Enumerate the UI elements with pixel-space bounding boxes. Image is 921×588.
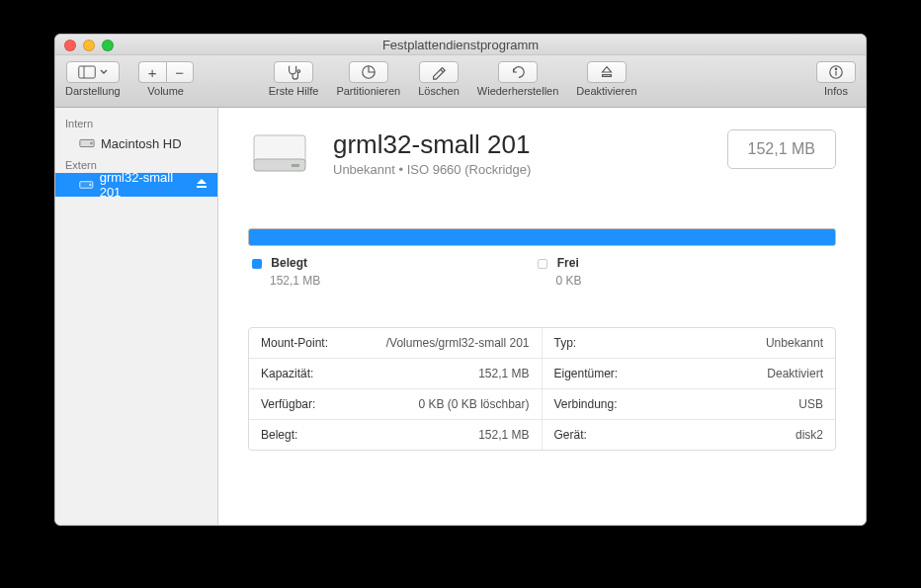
volume-subtitle: Unbekannt • ISO 9660 (Rockridge) [333,162,531,177]
legend-used-label: Belegt [271,256,307,270]
size-button[interactable]: 152,1 MB [727,129,836,169]
info-icon [827,64,845,80]
detail-connection: Verbindung:USB [543,389,836,420]
info-label: Infos [824,85,848,97]
legend-used: Belegt 152,1 MB [252,256,320,288]
erase-icon [430,64,448,80]
view-label: Darstellung [65,85,121,97]
harddisk-icon [79,136,95,150]
app-window: Festplattendienstprogramm Darstellung + … [54,34,867,526]
chevron-down-icon [100,69,108,75]
volume-title: grml32-small 201 [333,129,531,160]
detail-mountpoint: Mount-Point:/Volumes/grml32-small 201 [249,328,543,359]
minimize-icon[interactable] [83,40,95,51]
svg-rect-12 [197,186,207,188]
external-disk-icon [79,178,94,192]
detail-type: Typ:Unbekannt [543,328,836,359]
svg-point-2 [297,70,300,73]
partition-label: Partitionieren [336,85,400,97]
legend-used-value: 152,1 MB [270,274,320,288]
eject-icon [196,178,208,190]
sidebar-item-label: grml32-small 201 [100,170,190,200]
erase-button[interactable] [419,61,459,83]
svg-rect-4 [602,75,611,77]
volume-remove-button[interactable]: − [166,61,194,83]
close-icon[interactable] [64,40,76,51]
firstaid-button[interactable] [274,61,313,83]
plus-icon: + [148,64,157,81]
legend-free-value: 0 KB [555,274,581,288]
volume-image-icon [248,129,311,177]
eject-button[interactable] [196,178,208,193]
svg-point-9 [91,142,93,144]
sidebar-item-macintosh-hd[interactable]: Macintosh HD [55,131,217,155]
unmount-icon [598,64,616,80]
sidebar: Intern Macintosh HD Extern grml32-small … [55,108,218,525]
restore-label: Wiederherstellen [477,85,559,97]
erase-label: Löschen [418,85,460,97]
detail-used: Belegt:152,1 MB [249,420,543,450]
volume-label: Volume [147,85,184,97]
minus-icon: − [175,64,184,81]
legend-free: Frei 0 KB [538,256,581,288]
svg-rect-0 [79,66,96,78]
firstaid-label: Erste Hilfe [269,85,319,97]
detail-available: Verfügbar:0 KB (0 KB löschbar) [249,389,543,420]
svg-point-11 [90,184,92,186]
restore-icon [509,64,527,80]
main-content: grml32-small 201 Unbekannt • ISO 9660 (R… [218,108,866,525]
svg-rect-15 [292,164,299,167]
toolbar: Darstellung + − Volume Erste Hilfe Parti… [55,55,866,108]
detail-device: Gerät:disk2 [543,420,836,450]
titlebar[interactable]: Festplattendienstprogramm [55,35,866,55]
stethoscope-icon [285,64,302,80]
volume-add-button[interactable]: + [138,61,166,83]
deactivate-button[interactable] [587,61,627,83]
deactivate-label: Deaktivieren [576,85,636,97]
legend-free-swatch [538,259,547,269]
detail-capacity: Kapazität:152,1 MB [249,359,543,389]
info-button[interactable] [816,61,856,83]
sidebar-item-label: Macintosh HD [101,136,182,151]
partition-button[interactable] [349,61,388,83]
usage-bar [248,228,836,246]
sidebar-item-grml32[interactable]: grml32-small 201 [55,173,217,197]
legend-used-swatch [252,259,262,269]
view-button[interactable] [66,61,120,83]
detail-owner: Eigentümer:Deaktiviert [543,359,836,389]
piechart-icon [360,64,377,80]
sidebar-icon [78,64,96,80]
svg-point-7 [835,68,836,69]
legend-free-label: Frei [557,256,579,270]
sidebar-header-internal: Intern [55,114,217,131]
window-title: Festplattendienstprogramm [55,38,866,52]
restore-button[interactable] [498,61,538,83]
details-table: Mount-Point:/Volumes/grml32-small 201 Ty… [248,327,836,451]
zoom-icon[interactable] [102,40,114,51]
